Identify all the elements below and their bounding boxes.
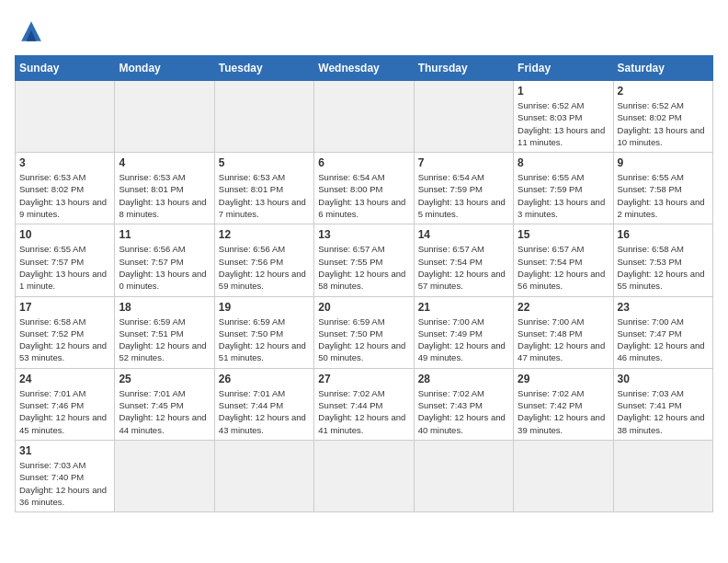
day-number: 27 (318, 373, 409, 385)
calendar: SundayMondayTuesdayWednesdayThursdayFrid… (15, 55, 713, 512)
day-cell (414, 81, 513, 153)
day-number: 29 (518, 373, 609, 385)
week-row-6: 31Sunrise: 7:03 AM Sunset: 7:40 PM Dayli… (16, 440, 713, 511)
day-number: 14 (418, 228, 509, 241)
weekday-header-wednesday: Wednesday (314, 56, 414, 81)
day-cell: 25Sunrise: 7:01 AM Sunset: 7:45 PM Dayli… (115, 368, 214, 440)
day-number: 23 (618, 301, 709, 314)
day-info: Sunrise: 6:59 AM Sunset: 7:50 PM Dayligh… (219, 316, 310, 364)
day-cell: 20Sunrise: 6:59 AM Sunset: 7:50 PM Dayli… (314, 296, 414, 368)
day-number: 20 (318, 301, 409, 314)
day-number: 22 (518, 301, 609, 314)
weekday-header-thursday: Thursday (414, 56, 513, 81)
day-cell (414, 440, 513, 511)
weekday-header-sunday: Sunday (16, 56, 115, 81)
day-info: Sunrise: 6:58 AM Sunset: 7:52 PM Dayligh… (19, 316, 110, 364)
day-info: Sunrise: 7:00 AM Sunset: 7:49 PM Dayligh… (418, 316, 509, 364)
day-cell: 8Sunrise: 6:55 AM Sunset: 7:59 PM Daylig… (514, 153, 613, 224)
day-cell: 30Sunrise: 7:03 AM Sunset: 7:41 PM Dayli… (613, 368, 712, 440)
day-cell: 22Sunrise: 7:00 AM Sunset: 7:48 PM Dayli… (514, 296, 613, 368)
day-info: Sunrise: 6:55 AM Sunset: 7:57 PM Dayligh… (19, 243, 110, 292)
day-cell: 19Sunrise: 6:59 AM Sunset: 7:50 PM Dayli… (214, 296, 313, 368)
day-cell (514, 440, 613, 511)
day-number: 31 (19, 444, 110, 457)
day-cell (314, 81, 414, 153)
day-cell: 11Sunrise: 6:56 AM Sunset: 7:57 PM Dayli… (115, 224, 214, 296)
week-row-3: 10Sunrise: 6:55 AM Sunset: 7:57 PM Dayli… (16, 224, 713, 296)
weekday-header-tuesday: Tuesday (214, 56, 313, 81)
day-info: Sunrise: 6:53 AM Sunset: 8:02 PM Dayligh… (19, 171, 110, 220)
day-info: Sunrise: 6:57 AM Sunset: 7:55 PM Dayligh… (318, 243, 409, 292)
day-cell (214, 81, 313, 153)
weekday-header-saturday: Saturday (613, 56, 712, 81)
day-cell: 17Sunrise: 6:58 AM Sunset: 7:52 PM Dayli… (16, 296, 115, 368)
day-cell: 5Sunrise: 6:53 AM Sunset: 8:01 PM Daylig… (214, 153, 313, 224)
weekday-row: SundayMondayTuesdayWednesdayThursdayFrid… (16, 56, 713, 81)
day-info: Sunrise: 6:55 AM Sunset: 7:58 PM Dayligh… (618, 171, 709, 220)
day-cell: 1Sunrise: 6:52 AM Sunset: 8:03 PM Daylig… (514, 81, 613, 153)
day-number: 4 (119, 156, 210, 169)
day-info: Sunrise: 7:00 AM Sunset: 7:47 PM Dayligh… (618, 316, 709, 364)
week-row-2: 3Sunrise: 6:53 AM Sunset: 8:02 PM Daylig… (16, 153, 713, 224)
day-cell: 2Sunrise: 6:52 AM Sunset: 8:02 PM Daylig… (613, 81, 712, 153)
day-cell: 31Sunrise: 7:03 AM Sunset: 7:40 PM Dayli… (16, 440, 115, 511)
day-number: 26 (219, 373, 310, 385)
week-row-4: 17Sunrise: 6:58 AM Sunset: 7:52 PM Dayli… (16, 296, 713, 368)
day-number: 25 (119, 373, 210, 385)
logo (15, 15, 51, 48)
day-info: Sunrise: 6:59 AM Sunset: 7:50 PM Dayligh… (318, 316, 409, 364)
day-number: 11 (119, 228, 210, 241)
day-number: 19 (219, 301, 310, 314)
day-info: Sunrise: 7:03 AM Sunset: 7:40 PM Dayligh… (19, 459, 110, 508)
day-cell (115, 440, 214, 511)
day-info: Sunrise: 7:01 AM Sunset: 7:45 PM Dayligh… (119, 387, 210, 436)
day-number: 30 (618, 373, 709, 385)
day-cell: 10Sunrise: 6:55 AM Sunset: 7:57 PM Dayli… (16, 224, 115, 296)
day-number: 2 (618, 85, 709, 98)
day-info: Sunrise: 6:55 AM Sunset: 7:59 PM Dayligh… (518, 171, 609, 220)
day-info: Sunrise: 6:59 AM Sunset: 7:51 PM Dayligh… (119, 316, 210, 364)
day-info: Sunrise: 7:01 AM Sunset: 7:46 PM Dayligh… (19, 387, 110, 436)
week-row-5: 24Sunrise: 7:01 AM Sunset: 7:46 PM Dayli… (16, 368, 713, 440)
day-number: 7 (418, 156, 509, 169)
weekday-header-monday: Monday (115, 56, 214, 81)
day-info: Sunrise: 6:54 AM Sunset: 8:00 PM Dayligh… (318, 171, 409, 220)
day-cell: 3Sunrise: 6:53 AM Sunset: 8:02 PM Daylig… (16, 153, 115, 224)
day-cell (314, 440, 414, 511)
weekday-header-friday: Friday (514, 56, 613, 81)
day-number: 15 (518, 228, 609, 241)
day-cell: 7Sunrise: 6:54 AM Sunset: 7:59 PM Daylig… (414, 153, 513, 224)
day-info: Sunrise: 6:54 AM Sunset: 7:59 PM Dayligh… (418, 171, 509, 220)
day-info: Sunrise: 7:02 AM Sunset: 7:42 PM Dayligh… (518, 387, 609, 436)
calendar-body: 1Sunrise: 6:52 AM Sunset: 8:03 PM Daylig… (16, 81, 713, 512)
day-cell: 15Sunrise: 6:57 AM Sunset: 7:54 PM Dayli… (514, 224, 613, 296)
calendar-header: SundayMondayTuesdayWednesdayThursdayFrid… (16, 56, 713, 81)
day-number: 9 (618, 156, 709, 169)
day-cell: 4Sunrise: 6:53 AM Sunset: 8:01 PM Daylig… (115, 153, 214, 224)
day-cell: 6Sunrise: 6:54 AM Sunset: 8:00 PM Daylig… (314, 153, 414, 224)
day-cell: 12Sunrise: 6:56 AM Sunset: 7:56 PM Dayli… (214, 224, 313, 296)
day-info: Sunrise: 7:02 AM Sunset: 7:43 PM Dayligh… (418, 387, 509, 436)
day-cell: 16Sunrise: 6:58 AM Sunset: 7:53 PM Dayli… (613, 224, 712, 296)
day-info: Sunrise: 6:58 AM Sunset: 7:53 PM Dayligh… (618, 243, 709, 292)
day-number: 1 (518, 85, 609, 98)
day-number: 28 (418, 373, 509, 385)
day-cell: 29Sunrise: 7:02 AM Sunset: 7:42 PM Dayli… (514, 368, 613, 440)
day-cell: 23Sunrise: 7:00 AM Sunset: 7:47 PM Dayli… (613, 296, 712, 368)
day-info: Sunrise: 7:00 AM Sunset: 7:48 PM Dayligh… (518, 316, 609, 364)
day-info: Sunrise: 6:52 AM Sunset: 8:02 PM Dayligh… (618, 99, 709, 148)
day-cell: 21Sunrise: 7:00 AM Sunset: 7:49 PM Dayli… (414, 296, 513, 368)
day-cell: 28Sunrise: 7:02 AM Sunset: 7:43 PM Dayli… (414, 368, 513, 440)
day-info: Sunrise: 6:53 AM Sunset: 8:01 PM Dayligh… (219, 171, 310, 220)
day-number: 3 (19, 156, 110, 169)
day-info: Sunrise: 7:03 AM Sunset: 7:41 PM Dayligh… (618, 387, 709, 436)
logo-icon (15, 15, 48, 48)
day-number: 5 (219, 156, 310, 169)
day-cell (115, 81, 214, 153)
day-number: 16 (618, 228, 709, 241)
day-info: Sunrise: 6:52 AM Sunset: 8:03 PM Dayligh… (518, 99, 609, 148)
day-number: 8 (518, 156, 609, 169)
day-number: 10 (19, 228, 110, 241)
day-info: Sunrise: 6:53 AM Sunset: 8:01 PM Dayligh… (119, 171, 210, 220)
day-number: 17 (19, 301, 110, 314)
